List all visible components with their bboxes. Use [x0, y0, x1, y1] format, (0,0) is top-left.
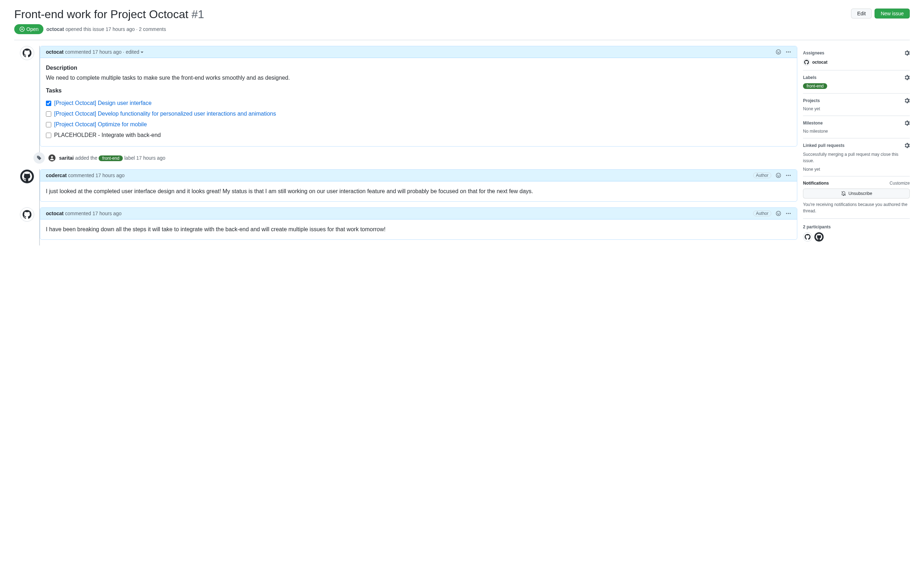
gear-icon — [904, 50, 910, 56]
comment-author-link[interactable]: octocat — [46, 211, 64, 216]
author-badge: Author — [753, 211, 771, 216]
add-reaction-button[interactable] — [776, 211, 781, 216]
svg-point-4 — [51, 156, 53, 158]
event-actor-avatar[interactable] — [48, 154, 56, 162]
svg-point-3 — [790, 51, 791, 53]
svg-point-6 — [788, 175, 789, 176]
task-item: [Project Octocat] Design user interface — [46, 98, 791, 109]
issue-author-link[interactable]: octocat — [46, 26, 64, 32]
task-checkbox[interactable] — [46, 101, 51, 106]
event-actor-link[interactable]: saritai — [59, 155, 74, 161]
issue-meta: octocat opened this issue 17 hours ago ·… — [46, 26, 166, 32]
comment-menu-button[interactable] — [785, 173, 791, 178]
comment: codercat commented 17 hours ago Author I… — [40, 169, 797, 202]
sidebar-notifications-title: Notifications — [803, 181, 829, 186]
github-mark-icon — [816, 234, 822, 240]
comment-menu-button[interactable] — [785, 49, 791, 55]
sidebar-milestone-body: No milestone — [803, 129, 910, 134]
projects-gear-button[interactable] — [904, 98, 910, 104]
author-badge: Author — [753, 173, 771, 178]
smiley-icon — [776, 211, 781, 216]
body-heading: Tasks — [46, 86, 791, 95]
comment-meta: commented 17 hours ago — [65, 211, 122, 216]
participant-avatar[interactable] — [803, 232, 812, 241]
label-pill[interactable]: front-end — [803, 83, 827, 89]
comment-menu-button[interactable] — [785, 211, 791, 216]
task-checkbox[interactable] — [46, 122, 51, 127]
issue-title-text: Front-end work for Project Octocat — [14, 8, 188, 21]
participant-avatar[interactable] — [814, 232, 824, 241]
task-link[interactable]: [Project Octocat] Optimize for mobile — [54, 120, 147, 129]
issue-number: #1 — [192, 8, 204, 21]
task-checkbox[interactable] — [46, 111, 51, 117]
svg-point-1 — [786, 51, 787, 53]
assignee-item[interactable]: octocat — [803, 59, 910, 66]
svg-point-10 — [790, 213, 791, 214]
body-heading: Description — [46, 64, 791, 72]
svg-point-8 — [786, 213, 787, 214]
octocat-icon — [804, 233, 811, 241]
gear-icon — [904, 98, 910, 104]
comment-meta: commented 17 hours ago — [68, 173, 125, 178]
new-issue-button[interactable]: New issue — [874, 9, 910, 19]
github-mark-icon — [22, 171, 32, 182]
edited-indicator[interactable]: · edited — [123, 49, 143, 55]
kebab-icon — [785, 173, 791, 178]
smiley-icon — [776, 173, 781, 178]
issue-opened-text: opened this issue 17 hours ago · 2 comme… — [65, 26, 166, 32]
assignees-gear-button[interactable] — [904, 50, 910, 56]
svg-point-9 — [788, 213, 789, 214]
avatar-octocat[interactable] — [20, 46, 34, 60]
sidebar-projects-title: Projects — [803, 98, 820, 103]
unsubscribe-button[interactable]: Unsubscribe — [803, 188, 910, 199]
task-list: [Project Octocat] Design user interface … — [46, 98, 791, 140]
comment-header-left: octocat commented 17 hours ago — [46, 211, 122, 216]
header-divider — [14, 40, 910, 40]
gear-icon — [904, 120, 910, 126]
task-item: [Project Octocat] Optimize for mobile — [46, 119, 791, 130]
issue-title: Front-end work for Project Octocat #1 — [14, 7, 204, 21]
task-checkbox[interactable] — [46, 133, 51, 138]
body-paragraph: I have been breaking down all the steps … — [46, 225, 791, 234]
task-link[interactable]: [Project Octocat] Design user interface — [54, 99, 152, 107]
sidebar-linked-prs-title: Linked pull requests — [803, 143, 845, 148]
task-item: [Project Octocat] Develop functionality … — [46, 109, 791, 119]
add-reaction-button[interactable] — [776, 173, 781, 178]
svg-point-0 — [21, 28, 23, 30]
edit-button[interactable]: Edit — [851, 9, 872, 19]
sidebar-labels-title: Labels — [803, 75, 816, 80]
avatar-octocat[interactable] — [20, 207, 34, 222]
smiley-icon — [776, 49, 781, 55]
task-text: PLACEHOLDER - Integrate with back-end — [54, 131, 161, 140]
comment-header-left: octocat commented 17 hours ago · edited — [46, 49, 143, 55]
issue-state-text: Open — [26, 26, 39, 32]
octocat-icon — [22, 48, 33, 58]
milestone-gear-button[interactable] — [904, 120, 910, 126]
customize-link[interactable]: Customize — [890, 181, 910, 186]
comment-author-link[interactable]: codercat — [46, 173, 67, 178]
task-link[interactable]: [Project Octocat] Develop functionality … — [54, 110, 276, 118]
participants-title: 2 participants — [803, 224, 910, 229]
comment: octocat commented 17 hours ago Author I … — [40, 207, 797, 240]
event-label-pill[interactable]: front-end — [98, 155, 123, 161]
event-text: saritai added the front-end label 17 hou… — [59, 155, 165, 161]
gear-icon — [904, 75, 910, 81]
body-paragraph: We need to complete multiple tasks to ma… — [46, 74, 791, 82]
labels-gear-button[interactable] — [904, 75, 910, 81]
comment: octocat commented 17 hours ago · edited — [40, 46, 797, 146]
linked-prs-gear-button[interactable] — [904, 143, 910, 148]
comment-meta: commented 17 hours ago — [65, 49, 122, 55]
event-badge — [33, 152, 45, 164]
svg-point-5 — [786, 175, 787, 176]
add-reaction-button[interactable] — [776, 49, 781, 55]
avatar-codercat[interactable] — [20, 169, 34, 183]
kebab-icon — [785, 211, 791, 216]
svg-point-7 — [790, 175, 791, 176]
sidebar-milestone-title: Milestone — [803, 121, 823, 126]
gear-icon — [904, 143, 910, 148]
unsubscribe-label: Unsubscribe — [849, 191, 873, 196]
caret-down-icon — [140, 51, 143, 53]
comment-author-link[interactable]: octocat — [46, 49, 64, 55]
sidebar-assignees-title: Assignees — [803, 51, 824, 56]
task-item: PLACEHOLDER - Integrate with back-end — [46, 130, 791, 140]
